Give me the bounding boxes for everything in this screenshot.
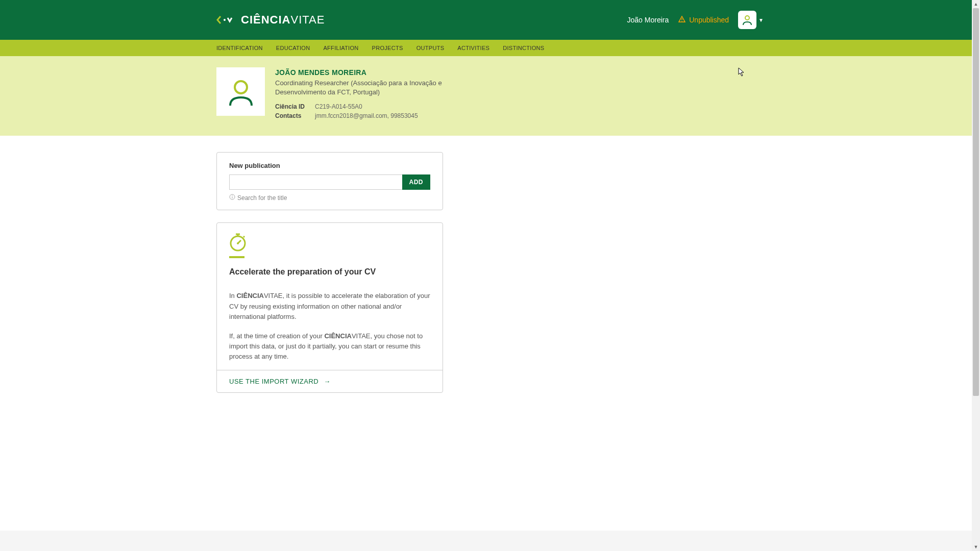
- scrollbar-thumb[interactable]: [973, 8, 979, 396]
- contacts-label: Contacts: [275, 112, 315, 119]
- svg-point-3: [745, 16, 749, 20]
- new-publication-input[interactable]: [229, 174, 402, 190]
- profile-name: JOÃO MENDES MOREIRA: [275, 68, 459, 77]
- svg-point-4: [235, 81, 247, 93]
- user-avatar-dropdown[interactable]: ▼: [738, 11, 764, 29]
- brand-logo-text: CIÊNCIAVITAE: [241, 13, 325, 27]
- import-wizard-link[interactable]: USE THE IMPORT WIZARD →: [217, 370, 443, 392]
- ciencia-id-value: C219-A014-55A0: [315, 103, 362, 110]
- accent-underline: [229, 256, 244, 258]
- contacts-value: jmm.fccn2018@gmail.com, 99853045: [315, 112, 418, 119]
- svg-point-0: [224, 19, 226, 21]
- header-user-name: João Moreira: [627, 16, 669, 24]
- ciencia-id-label: Ciência ID: [275, 103, 315, 110]
- svg-point-7: [232, 195, 232, 196]
- cursor-icon: [738, 67, 745, 78]
- top-header: CIÊNCIAVITAE João Moreira Unpublished: [0, 0, 980, 40]
- main-content: New publication ADD Search for the title: [0, 136, 980, 436]
- nav-distinctions[interactable]: DISTINCTIONS: [503, 45, 544, 51]
- nav-education[interactable]: EDUCATION: [276, 45, 310, 51]
- warning-icon: [678, 15, 686, 25]
- main-nav: IDENTIFICATION EDUCATION AFFILIATION PRO…: [0, 40, 980, 56]
- search-hint: Search for the title: [229, 194, 430, 202]
- accelerate-paragraph-1: In CIÊNCIAVITAE, it is possible to accel…: [229, 291, 430, 321]
- scroll-up-button[interactable]: ▲: [972, 0, 980, 8]
- brand-logo-icon: [216, 14, 237, 26]
- svg-point-12: [237, 242, 239, 244]
- add-publication-button[interactable]: ADD: [402, 174, 431, 190]
- vertical-scrollbar[interactable]: ▲ ▼: [972, 0, 980, 436]
- new-publication-label: New publication: [229, 162, 430, 169]
- new-publication-card: New publication ADD Search for the title: [216, 152, 443, 210]
- nav-activities[interactable]: ACTIVITIES: [457, 45, 489, 51]
- nav-identification[interactable]: IDENTIFICATION: [216, 45, 263, 51]
- accelerate-title: Accelerate the preparation of your CV: [229, 267, 430, 277]
- profile-role: Coordinating Researcher (Associação para…: [275, 79, 459, 97]
- stopwatch-icon: [229, 232, 430, 253]
- arrow-right-icon: →: [324, 378, 330, 385]
- svg-line-11: [243, 236, 244, 237]
- nav-projects[interactable]: PROJECTS: [372, 45, 403, 51]
- user-avatar: [738, 11, 756, 29]
- nav-outputs[interactable]: OUTPUTS: [416, 45, 445, 51]
- accelerate-paragraph-2: If, at the time of creation of your CIÊN…: [229, 331, 430, 362]
- profile-banner: JOÃO MENDES MOREIRA Coordinating Researc…: [0, 56, 980, 136]
- import-wizard-label: USE THE IMPORT WIZARD: [229, 378, 318, 385]
- svg-point-2: [681, 20, 682, 21]
- search-hint-text: Search for the title: [237, 194, 287, 202]
- chevron-down-icon: ▼: [758, 17, 764, 23]
- info-icon: [229, 194, 235, 202]
- unpublished-label: Unpublished: [689, 16, 729, 24]
- nav-affiliation[interactable]: AFFILIATION: [323, 45, 358, 51]
- accelerate-card: Accelerate the preparation of your CV In…: [216, 222, 443, 393]
- brand-logo[interactable]: CIÊNCIAVITAE: [216, 13, 325, 27]
- unpublished-status[interactable]: Unpublished: [678, 15, 729, 25]
- profile-photo-placeholder: [216, 67, 265, 116]
